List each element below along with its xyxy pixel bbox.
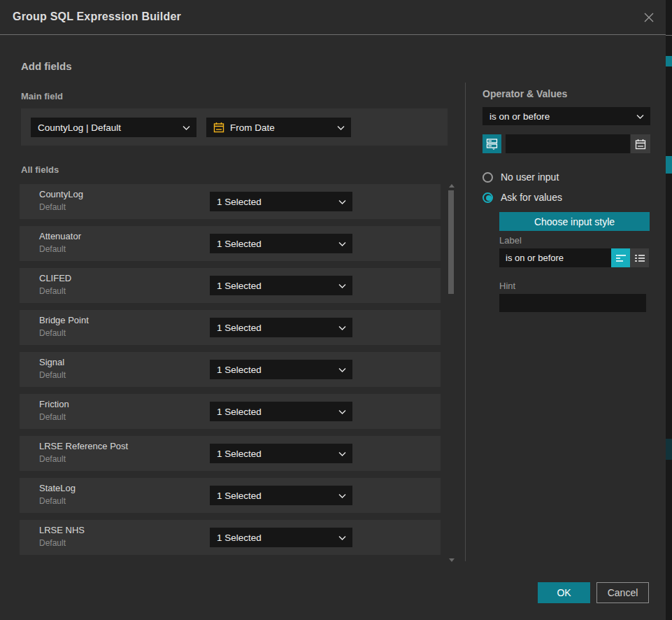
calendar-icon: [213, 122, 224, 133]
background-app-edge: [666, 0, 672, 620]
field-name: Signal: [39, 357, 64, 367]
field-sublabel: Default: [39, 412, 66, 422]
field-selected-value: 1 Selected: [217, 323, 262, 333]
edge-accent-fragment: [666, 439, 672, 460]
field-selected-value: 1 Selected: [217, 239, 262, 249]
chevron-down-icon: [338, 281, 346, 291]
scrollbar-thumb[interactable]: [448, 190, 454, 294]
field-selected-dropdown[interactable]: 1 Selected: [210, 528, 352, 547]
edge-accent-fragment: [666, 156, 672, 174]
main-field-label: Main field: [21, 91, 63, 101]
calendar-icon[interactable]: [631, 134, 650, 153]
section-divider: [465, 83, 466, 561]
field-row: Bridge Point Default 1 Selected: [20, 310, 441, 345]
field-selected-dropdown[interactable]: 1 Selected: [210, 234, 352, 253]
radio-circle-selected[interactable]: [482, 192, 493, 203]
label-field-label: Label: [499, 235, 522, 246]
field-selected-dropdown[interactable]: 1 Selected: [210, 444, 352, 463]
hint-field-label: Hint: [499, 281, 515, 291]
chevron-down-icon: [636, 111, 644, 122]
chevron-down-icon: [338, 449, 346, 459]
scroll-down-icon[interactable]: [449, 558, 455, 562]
dialog-title: Group SQL Expression Builder: [13, 10, 181, 23]
field-selected-dropdown[interactable]: 1 Selected: [210, 318, 352, 337]
edge-accent-fragment: [666, 56, 672, 66]
chevron-down-icon: [338, 197, 346, 207]
field-sublabel: Default: [39, 328, 66, 338]
field-name: Friction: [39, 399, 69, 409]
field-name: LRSE NHS: [39, 525, 85, 535]
field-sublabel: Default: [39, 202, 66, 212]
chevron-down-icon: [338, 407, 346, 417]
chevron-down-icon: [338, 365, 346, 375]
chevron-down-icon: [337, 122, 345, 133]
field-selected-dropdown[interactable]: 1 Selected: [210, 360, 352, 379]
field-selected-value: 1 Selected: [217, 407, 262, 417]
all-fields-label: All fields: [21, 164, 59, 175]
field-selected-value: 1 Selected: [217, 281, 262, 291]
hint-input[interactable]: [499, 294, 646, 312]
label-input[interactable]: [499, 248, 611, 267]
edge-divider: [666, 35, 672, 36]
field-sublabel: Default: [39, 496, 66, 506]
chevron-down-icon: [338, 491, 346, 501]
operator-select-value: is on or before: [489, 111, 550, 122]
operator-select[interactable]: is on or before: [482, 107, 650, 125]
field-row: LRSE NHS Default 1 Selected: [20, 520, 441, 555]
main-field-select-value: From Date: [230, 122, 275, 133]
field-selected-dropdown[interactable]: 1 Selected: [210, 402, 352, 421]
chevron-down-icon: [183, 122, 190, 133]
chevron-down-icon: [338, 239, 346, 249]
field-row: Signal Default 1 Selected: [20, 352, 441, 387]
field-name: Bridge Point: [39, 315, 89, 325]
field-row: Attenuator Default 1 Selected: [20, 226, 441, 261]
field-sublabel: Default: [39, 244, 66, 254]
date-value-input[interactable]: [506, 134, 630, 153]
field-row: LRSE Reference Post Default 1 Selected: [20, 436, 441, 471]
value-input-row: [482, 134, 650, 153]
field-selected-value: 1 Selected: [217, 533, 262, 543]
field-selected-dropdown[interactable]: 1 Selected: [210, 276, 352, 295]
field-selected-value: 1 Selected: [217, 365, 262, 375]
dialog-titlebar: Group SQL Expression Builder: [0, 0, 666, 35]
field-selected-dropdown[interactable]: 1 Selected: [210, 192, 352, 211]
field-sublabel: Default: [39, 286, 66, 296]
main-field-select[interactable]: From Date: [206, 118, 351, 137]
input-type-stack-icon[interactable]: [482, 134, 501, 153]
multi-line-list-icon[interactable]: [630, 248, 649, 267]
radio-circle[interactable]: [482, 172, 493, 183]
add-fields-heading: Add fields: [21, 60, 72, 72]
radio-ask-for-values[interactable]: Ask for values: [482, 192, 562, 203]
field-sublabel: Default: [39, 370, 66, 380]
radio-no-user-input-label: No user input: [501, 171, 559, 183]
field-sublabel: Default: [39, 538, 66, 548]
scroll-up-icon[interactable]: [449, 184, 455, 188]
cancel-button[interactable]: Cancel: [596, 582, 649, 603]
main-field-panel: CountyLog | Default From Date: [21, 108, 448, 146]
field-selected-value: 1 Selected: [217, 197, 262, 207]
chevron-down-icon: [338, 323, 346, 333]
radio-no-user-input[interactable]: No user input: [482, 171, 559, 183]
ok-button[interactable]: OK: [538, 582, 590, 603]
group-sql-expression-builder-dialog: Group SQL Expression Builder Add fields …: [0, 0, 666, 620]
layer-select-value: CountyLog | Default: [38, 122, 121, 133]
list-scrollbar[interactable]: [448, 184, 455, 562]
radio-ask-for-values-label: Ask for values: [501, 192, 562, 203]
close-icon[interactable]: [641, 9, 657, 26]
layer-select[interactable]: CountyLog | Default: [31, 118, 196, 137]
field-row: CLIFED Default 1 Selected: [20, 268, 441, 303]
field-row: StateLog Default 1 Selected: [20, 478, 441, 513]
single-line-input-icon[interactable]: [611, 248, 630, 267]
field-selected-value: 1 Selected: [217, 491, 262, 501]
field-row: Friction Default 1 Selected: [20, 394, 441, 429]
chevron-down-icon: [338, 533, 346, 543]
field-name: LRSE Reference Post: [39, 441, 128, 451]
field-name: CountyLog: [39, 189, 83, 199]
field-sublabel: Default: [39, 454, 66, 464]
field-selected-value: 1 Selected: [217, 449, 262, 459]
field-name: StateLog: [39, 483, 76, 493]
field-selected-dropdown[interactable]: 1 Selected: [210, 486, 352, 505]
all-fields-list: CountyLog Default 1 Selected Attenuator …: [20, 184, 441, 555]
choose-input-style-button[interactable]: Choose input style: [499, 212, 650, 231]
field-row: CountyLog Default 1 Selected: [20, 184, 441, 219]
